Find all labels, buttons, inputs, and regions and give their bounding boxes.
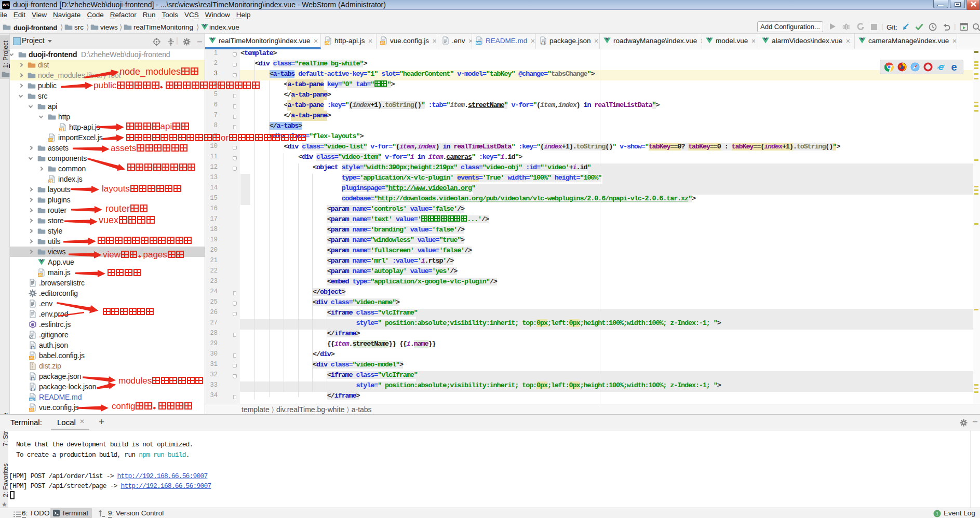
svg-text:{}: {} xyxy=(30,376,35,381)
svg-text:JS: JS xyxy=(49,138,53,142)
svg-text:JS: JS xyxy=(30,356,34,360)
svg-text:MD: MD xyxy=(476,41,481,45)
svg-text:MD: MD xyxy=(30,398,35,401)
svg-text:JS: JS xyxy=(60,128,64,131)
svg-text:JS: JS xyxy=(381,41,385,45)
svg-text:{}: {} xyxy=(30,387,35,391)
svg-text:JS: JS xyxy=(49,180,53,183)
svg-text:JS: JS xyxy=(325,41,330,45)
svg-text:1: 1 xyxy=(936,511,938,516)
svg-text:JS: JS xyxy=(30,408,34,412)
svg-text:e: e xyxy=(951,62,957,72)
svg-text:{}: {} xyxy=(30,345,35,350)
svg-text:{}: {} xyxy=(541,40,546,45)
svg-text:JS: JS xyxy=(38,273,43,277)
